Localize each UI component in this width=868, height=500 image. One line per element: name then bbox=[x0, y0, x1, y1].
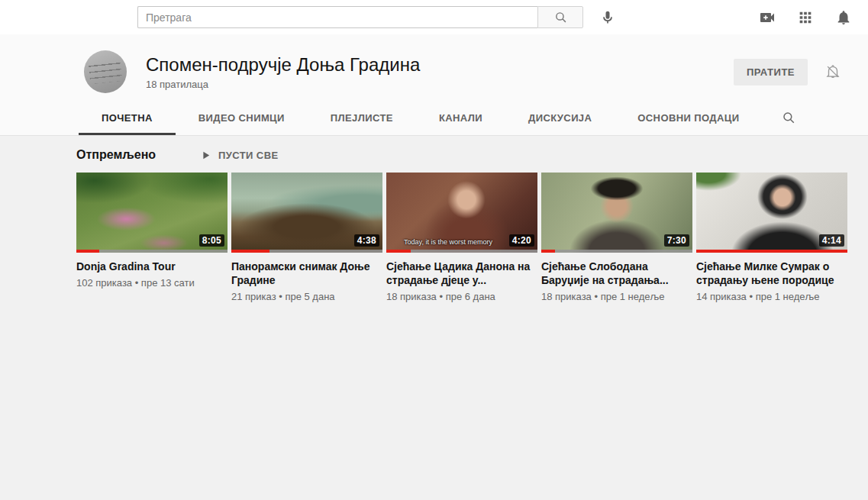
video-card: 8:05 Donja Gradina Tour 102 приказа • пр… bbox=[76, 173, 227, 302]
channel-tabs: ПОЧЕТНАВИДЕО СНИМЦИПЛЕЈЛИСТЕКАНАЛИДИСКУС… bbox=[79, 102, 868, 135]
watch-progress-fill bbox=[231, 250, 269, 253]
tab-channels[interactable]: КАНАЛИ bbox=[416, 102, 505, 135]
video-meta: 102 приказа • пре 13 сати bbox=[76, 277, 227, 289]
video-thumbnail[interactable]: Today, it is the worst memory 4:20 bbox=[386, 173, 537, 253]
video-meta: 18 приказа • пре 1 недеље bbox=[541, 291, 692, 302]
video-title[interactable]: Donja Gradina Tour bbox=[76, 260, 227, 273]
search-icon bbox=[554, 11, 567, 24]
channel-header: Спомен-подручје Доња Градина 18 пратилац… bbox=[0, 34, 868, 136]
play-triangle-icon bbox=[200, 150, 211, 161]
topbar bbox=[0, 0, 868, 34]
tab-home[interactable]: ПОЧЕТНА bbox=[79, 102, 176, 135]
watch-progress-fill bbox=[541, 250, 555, 253]
play-all-label: ПУСТИ СВЕ bbox=[218, 150, 278, 161]
video-title[interactable]: Сјећање Милке Сумрак о страдању њене пор… bbox=[696, 260, 847, 287]
search-area bbox=[137, 6, 615, 28]
video-duration-badge: 4:38 bbox=[354, 234, 379, 247]
video-thumbnail[interactable]: 4:14 bbox=[696, 173, 847, 253]
subscribe-button[interactable]: ПРАТИТЕ bbox=[734, 59, 808, 85]
video-card: 4:14 Сјећање Милке Сумрак о страдању њен… bbox=[696, 173, 847, 302]
tab-discussion[interactable]: ДИСКУСИЈА bbox=[505, 102, 615, 135]
video-title[interactable]: Панорамски снимак Доње Градине bbox=[231, 260, 382, 287]
content-area: Отпремљено ПУСТИ СВЕ 8:05 Donja Gradina … bbox=[0, 136, 868, 495]
watch-progress-fill bbox=[696, 250, 847, 253]
bell-muted-icon[interactable] bbox=[824, 63, 841, 80]
video-thumbnail[interactable]: 8:05 bbox=[76, 173, 227, 253]
video-title[interactable]: Сјећање Слободана Баруџије на страдања..… bbox=[541, 260, 692, 287]
video-meta: 14 приказа • пре 1 недеље bbox=[696, 291, 847, 302]
channel-title: Спомен-подручје Доња Градина bbox=[146, 54, 420, 76]
video-duration-badge: 7:30 bbox=[664, 234, 689, 247]
video-card: 7:30 Сјећање Слободана Баруџије на страд… bbox=[541, 173, 692, 302]
tab-about[interactable]: ОСНОВНИ ПОДАЦИ bbox=[615, 102, 762, 135]
video-duration-badge: 8:05 bbox=[199, 234, 224, 247]
topbar-right-icons bbox=[758, 8, 853, 27]
watch-progress-fill bbox=[76, 250, 99, 253]
video-meta: 21 приказ • пре 5 дана bbox=[231, 291, 382, 302]
search-button[interactable] bbox=[537, 6, 583, 28]
avatar-plaque-image bbox=[89, 60, 123, 84]
watch-progress-track bbox=[386, 250, 537, 253]
tab-playlists[interactable]: ПЛЕЈЛИСТЕ bbox=[308, 102, 416, 135]
apps-grid-icon[interactable] bbox=[796, 8, 815, 27]
watch-progress-track bbox=[541, 250, 692, 253]
channel-avatar[interactable] bbox=[84, 50, 127, 93]
section-title: Отпремљено bbox=[76, 148, 156, 162]
video-title[interactable]: Сјећање Цадика Данона на страдање дјеце … bbox=[386, 260, 537, 287]
play-all-button[interactable]: ПУСТИ СВЕ bbox=[200, 150, 278, 161]
video-thumbnail[interactable]: 4:38 bbox=[231, 173, 382, 253]
video-duration-badge: 4:20 bbox=[509, 234, 534, 247]
tab-search-icon[interactable] bbox=[762, 102, 815, 135]
video-thumbnail[interactable]: 7:30 bbox=[541, 173, 692, 253]
watch-progress-fill bbox=[386, 250, 411, 253]
video-duration-badge: 4:14 bbox=[819, 234, 844, 247]
subscriber-count: 18 пратилаца bbox=[146, 79, 420, 90]
microphone-icon bbox=[600, 10, 615, 25]
watch-progress-track bbox=[696, 250, 847, 253]
watch-progress-track bbox=[76, 250, 227, 253]
search-input[interactable] bbox=[137, 6, 537, 28]
video-card: Today, it is the worst memory 4:20 Сјећа… bbox=[386, 173, 537, 302]
tab-videos[interactable]: ВИДЕО СНИМЦИ bbox=[176, 102, 308, 135]
video-create-icon[interactable] bbox=[758, 8, 776, 27]
watch-progress-track bbox=[231, 250, 382, 253]
video-meta: 18 приказа • пре 6 дана bbox=[386, 291, 537, 302]
video-card: 4:38 Панорамски снимак Доње Градине 21 п… bbox=[231, 173, 382, 302]
videos-grid: 8:05 Donja Gradina Tour 102 приказа • пр… bbox=[76, 173, 845, 302]
microphone-button[interactable] bbox=[600, 10, 615, 25]
notifications-bell-icon[interactable] bbox=[834, 8, 853, 27]
